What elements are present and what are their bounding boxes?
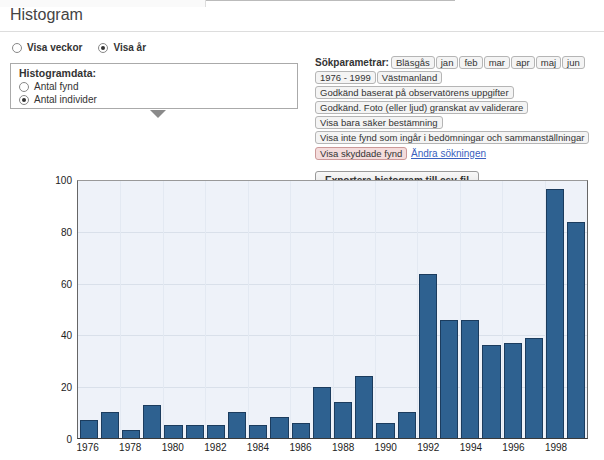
bar-slot-1984 bbox=[248, 181, 269, 438]
bar-slot-1999 bbox=[566, 181, 587, 438]
x-tick-label: 1994 bbox=[460, 442, 482, 453]
panel-title: Histogramdata: bbox=[19, 67, 289, 79]
x-tick-label: 1998 bbox=[545, 442, 567, 453]
search-tag-godk-nd-baserat-p-observat-rens-uppgifter: Godkänd baserat på observatörens uppgift… bbox=[315, 86, 514, 99]
x-tick-label: 1980 bbox=[162, 442, 184, 453]
radio-icon bbox=[19, 95, 29, 105]
bar-slot-1983 bbox=[226, 181, 247, 438]
bar-1999 bbox=[567, 222, 585, 438]
y-tick-label: 100 bbox=[38, 175, 72, 186]
radio-visa-r[interactable]: Visa år bbox=[98, 42, 146, 53]
search-tag-feb: feb bbox=[459, 56, 482, 69]
radio-label: Visa veckor bbox=[27, 42, 82, 53]
search-params-label: Sökparametrar: bbox=[315, 57, 389, 68]
title-divider bbox=[0, 31, 604, 32]
x-tick-label: 1992 bbox=[417, 442, 439, 453]
bar-1987 bbox=[313, 387, 331, 438]
radio-icon bbox=[12, 43, 22, 53]
bar-1989 bbox=[355, 376, 373, 438]
panel-options: Antal fyndAntal individer bbox=[19, 81, 289, 105]
search-tag-bl-sg-s: Bläsgås bbox=[391, 56, 435, 69]
search-tag-1976-1999: 1976 - 1999 bbox=[315, 71, 376, 84]
bar-slot-1979 bbox=[142, 181, 163, 438]
radio-visa-veckor[interactable]: Visa veckor bbox=[12, 42, 82, 53]
bar-1981 bbox=[186, 425, 204, 438]
x-tick-label: 1988 bbox=[332, 442, 354, 453]
bar-slot-1986 bbox=[290, 181, 311, 438]
bar-1995 bbox=[482, 345, 500, 438]
x-tick-label: 1982 bbox=[204, 442, 226, 453]
search-tag-v-stmanland: Västmanland bbox=[377, 71, 442, 84]
bar-slot-1981 bbox=[184, 181, 205, 438]
search-tag-mar: mar bbox=[484, 56, 510, 69]
x-tick-label: 1984 bbox=[247, 442, 269, 453]
x-tick-label: 1990 bbox=[375, 442, 397, 453]
bar-1994 bbox=[461, 320, 479, 438]
bar-slot-1977 bbox=[99, 181, 120, 438]
radio-label: Visa år bbox=[113, 42, 146, 53]
bar-1988 bbox=[334, 402, 352, 438]
bar-slot-1994 bbox=[460, 181, 481, 438]
bar-slot-1995 bbox=[481, 181, 502, 438]
bar-slot-1985 bbox=[269, 181, 290, 438]
radio-label: Antal individer bbox=[34, 94, 97, 105]
bar-1986 bbox=[292, 423, 310, 438]
search-tag-apr: apr bbox=[511, 56, 535, 69]
bar-slot-1990 bbox=[375, 181, 396, 438]
bar-1982 bbox=[207, 425, 225, 438]
y-tick-label: 20 bbox=[38, 382, 72, 393]
bar-slot-1978 bbox=[120, 181, 141, 438]
plot-area bbox=[77, 180, 588, 439]
chevron-down-icon bbox=[150, 110, 166, 118]
search-tag-visa-bara-s-ker-best-mning: Visa bara säker bestämning bbox=[315, 116, 443, 129]
bar-slot-1996 bbox=[502, 181, 523, 438]
edit-search-link[interactable]: Ändra sökningen bbox=[411, 147, 486, 160]
bar-1984 bbox=[249, 425, 267, 438]
search-tag-godk-nd-foto-eller-ljud-granskat-av-validerare: Godkänd. Foto (eller ljud) granskat av v… bbox=[315, 101, 528, 114]
bar-1996 bbox=[504, 343, 522, 438]
y-tick-label: 0 bbox=[38, 434, 72, 445]
radio-icon bbox=[19, 82, 29, 92]
bar-slot-1989 bbox=[354, 181, 375, 438]
page-title: Histogram bbox=[10, 6, 83, 24]
search-tag-jun: jun bbox=[562, 56, 585, 69]
radio-label: Antal fynd bbox=[34, 81, 78, 92]
search-tag-visa-skyddade-fynd: Visa skyddade fynd bbox=[315, 147, 407, 160]
bar-1997 bbox=[525, 338, 543, 438]
bar-1992 bbox=[419, 274, 437, 438]
x-tick-label: 1996 bbox=[502, 442, 524, 453]
bar-slot-1988 bbox=[332, 181, 353, 438]
search-tag-visa-inte-fynd-som-ing-r-i-bed-mningar-och-sammanst-llningar: Visa inte fynd som ingår i bedömningar o… bbox=[315, 131, 589, 144]
bar-slot-1993 bbox=[438, 181, 459, 438]
histogram-data-panel: Histogramdata: Antal fyndAntal individer bbox=[10, 63, 298, 109]
bar-slot-1987 bbox=[311, 181, 332, 438]
radio-antal-fynd[interactable]: Antal fynd bbox=[19, 81, 289, 92]
search-tag-jan: jan bbox=[436, 56, 459, 69]
y-tick-label: 80 bbox=[38, 227, 72, 238]
search-params-block: Sökparametrar:Bläsgåsjanfebmaraprmajjun1… bbox=[315, 56, 604, 190]
radio-icon bbox=[98, 43, 108, 53]
view-toggle-group: Visa veckorVisa år bbox=[12, 42, 146, 53]
bar-slot-1980 bbox=[163, 181, 184, 438]
bar-1978 bbox=[122, 430, 140, 438]
bar-slot-1998 bbox=[544, 181, 565, 438]
histogram-chart: 020406080100 197619781980198219841986198… bbox=[0, 180, 604, 460]
search-tags: Bläsgåsjanfebmaraprmajjun1976 - 1999Väst… bbox=[315, 57, 590, 159]
y-tick-label: 40 bbox=[38, 330, 72, 341]
bar-slot-1992 bbox=[417, 181, 438, 438]
x-tick-label: 1976 bbox=[77, 442, 99, 453]
bar-1990 bbox=[376, 423, 394, 438]
x-tick-label: 1986 bbox=[289, 442, 311, 453]
bar-1998 bbox=[546, 189, 564, 438]
bar-1991 bbox=[398, 412, 416, 438]
search-tag-maj: maj bbox=[536, 56, 561, 69]
bar-1977 bbox=[101, 412, 119, 438]
bar-1985 bbox=[270, 417, 288, 438]
bar-1980 bbox=[164, 425, 182, 438]
bar-1983 bbox=[228, 412, 246, 438]
bar-slot-1991 bbox=[396, 181, 417, 438]
radio-antal-individer[interactable]: Antal individer bbox=[19, 94, 289, 105]
bar-1976 bbox=[80, 420, 98, 438]
bar-slot-1976 bbox=[78, 181, 99, 438]
y-tick-label: 60 bbox=[38, 279, 72, 290]
